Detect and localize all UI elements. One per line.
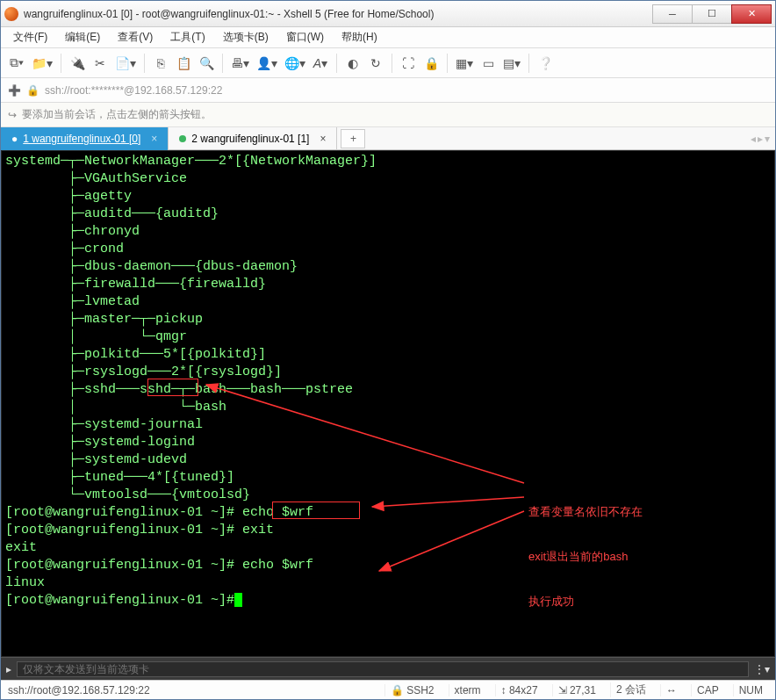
menu-edit[interactable]: 编辑(E) <box>58 28 107 47</box>
open-folder-icon[interactable]: 📁▾ <box>29 53 55 74</box>
terminal-line: └─vmtoolsd───{vmtoolsd} <box>5 487 771 504</box>
user-icon[interactable]: 👤▾ <box>254 53 280 74</box>
refresh-icon[interactable]: ↻ <box>365 53 386 74</box>
terminal-line: [root@wangruifenglinux-01 ~]# <box>5 592 771 610</box>
status-dot-icon <box>179 135 186 142</box>
menu-window[interactable]: 窗口(W) <box>279 28 331 47</box>
terminal-line: ├─polkitd───5*[{polkitd}] <box>5 346 771 364</box>
tab-close-icon[interactable]: × <box>320 133 326 145</box>
annotation-line: exit退出当前的bash <box>528 549 643 564</box>
toolbar: ⧉▾ 📁▾ 🔌 ✂ 📄▾ ⎘ 📋 🔍 🖶▾ 👤▾ 🌐▾ A▾ ◐ ↻ ⛶ 🔒 ▦… <box>1 48 775 78</box>
terminal-line: ├─rsyslogd───2*[{rsyslogd}] <box>5 364 771 381</box>
terminal-line: linux <box>5 574 771 592</box>
copy-icon[interactable]: ⎘ <box>150 53 171 74</box>
terminal-line: ├─crond <box>5 241 771 258</box>
maximize-button[interactable]: ☐ <box>692 4 732 24</box>
terminal-line: ├─chronyd <box>5 223 771 241</box>
add-arrow-icon[interactable]: ➕ <box>8 84 21 97</box>
print-icon[interactable]: 🖶▾ <box>228 53 252 74</box>
script-icon[interactable]: ◐ <box>342 53 363 74</box>
add-tab-button[interactable]: + <box>341 129 365 148</box>
tab-nav: ◂ ▸ ▾ <box>745 133 775 145</box>
terminal-line: │ └─qmgr <box>5 328 771 346</box>
terminal-line: ├─firewalld───{firewalld} <box>5 276 771 293</box>
paste-icon[interactable]: 📋 <box>173 53 194 74</box>
terminal-line: ├─auditd───{auditd} <box>5 206 771 223</box>
status-sessions: 2 会话 <box>610 682 651 697</box>
tab-close-icon[interactable]: × <box>151 133 157 145</box>
terminal-line: exit <box>5 539 771 557</box>
terminal-line: │ └─bash <box>5 399 771 416</box>
terminal-line: ├─sshd───sshd─┬─bash───bash───pstree <box>5 381 771 399</box>
terminal-line: ├─agetty <box>5 188 771 206</box>
annotation-line: 执行成功 <box>528 594 643 609</box>
font-icon[interactable]: A▾ <box>310 53 331 74</box>
find-icon[interactable]: 🔍 <box>196 53 217 74</box>
session-tab-2[interactable]: 2 wangruifenglinux-01 [1] × <box>169 127 337 150</box>
status-size: ↕ 84x27 <box>495 684 543 696</box>
close-button[interactable]: ✕ <box>731 4 772 24</box>
status-cap: CAP <box>691 684 724 696</box>
status-num: NUM <box>733 684 768 696</box>
new-session-icon[interactable]: ⧉▾ <box>6 53 27 74</box>
window-title: wangruifenglinux-01 [0] - root@wangruife… <box>24 8 653 20</box>
terminal-line: ├─lvmetad <box>5 293 771 311</box>
annotation: 查看变量名依旧不存在 exit退出当前的bash 执行成功 <box>528 474 643 639</box>
tile-icon[interactable]: ▭ <box>478 53 499 74</box>
address-text[interactable]: ssh://root:********@192.168.57.129:22 <box>45 84 222 97</box>
lock-icon[interactable]: 🔒 <box>420 53 442 74</box>
cascade-icon[interactable]: ▤▾ <box>500 53 523 74</box>
menu-help[interactable]: 帮助(H) <box>334 28 384 47</box>
terminal-line: ├─systemd-logind <box>5 434 771 451</box>
send-toggle-icon[interactable]: ▸ <box>6 663 11 675</box>
terminal-line: ├─master─┬─pickup <box>5 311 771 328</box>
terminal-line: ├─tuned───4*[{tuned}] <box>5 469 771 487</box>
hint-text: 要添加当前会话，点击左侧的箭头按钮。 <box>22 107 212 122</box>
menu-view[interactable]: 查看(V) <box>111 28 160 47</box>
menu-tools[interactable]: 工具(T) <box>163 28 212 47</box>
send-menu-icon[interactable]: ⋮▾ <box>754 663 770 675</box>
properties-icon[interactable]: 📄▾ <box>112 53 139 74</box>
annotation-line: 查看变量名依旧不存在 <box>528 504 643 519</box>
reconnect-icon[interactable]: 🔌 <box>67 53 88 74</box>
send-bar: ▸ ⋮▾ <box>1 657 775 680</box>
hint-arrow-icon[interactable]: ↪ <box>8 109 17 121</box>
terminal-line: [root@wangruifenglinux-01 ~]# exit <box>5 522 771 539</box>
terminal-line: ├─dbus-daemon───{dbus-daemon} <box>5 258 771 276</box>
terminal-line: [root@wangruifenglinux-01 ~]# echo $wrf <box>5 504 771 522</box>
app-icon <box>4 7 18 21</box>
fullscreen-icon[interactable]: ⛶ <box>398 53 419 74</box>
tab-label: 2 wangruifenglinux-01 [1] <box>191 133 309 145</box>
lock-small-icon: 🔒 <box>26 84 40 97</box>
terminal-line: systemd─┬─NetworkManager───2*[{NetworkMa… <box>5 153 771 170</box>
hint-bar: ↪ 要添加当前会话，点击左侧的箭头按钮。 <box>1 103 775 127</box>
terminal-line: ├─systemd-journal <box>5 416 771 434</box>
menu-tab[interactable]: 选项卡(B) <box>216 28 276 47</box>
terminal-line: [root@wangruifenglinux-01 ~]# echo $wrf <box>5 557 771 574</box>
address-bar: ➕ 🔒 ssh://root:********@192.168.57.129:2… <box>1 78 775 103</box>
tabs-bar: ● 1 wangruifenglinux-01 [0] × 2 wangruif… <box>1 127 775 150</box>
globe-icon[interactable]: 🌐▾ <box>282 53 308 74</box>
status-term: xterm <box>449 684 486 696</box>
help-icon[interactable]: ❔ <box>535 53 556 74</box>
status-mode: ↔ <box>660 684 682 696</box>
status-path: ssh://root@192.168.57.129:22 <box>8 684 150 696</box>
menu-file[interactable]: 文件(F) <box>6 28 54 47</box>
tab-menu-icon[interactable]: ▾ <box>765 133 770 145</box>
tab-prev-icon[interactable]: ◂ <box>751 133 756 145</box>
tab-label: 1 wangruifenglinux-01 [0] <box>23 133 140 145</box>
status-ssh: 🔒 SSH2 <box>384 684 440 696</box>
terminal-line: ├─VGAuthService <box>5 170 771 188</box>
minimize-button[interactable]: ─ <box>652 4 693 24</box>
terminal[interactable]: systemd─┬─NetworkManager───2*[{NetworkMa… <box>1 150 775 657</box>
layout-icon[interactable]: ▦▾ <box>453 53 476 74</box>
session-tab-1[interactable]: ● 1 wangruifenglinux-01 [0] × <box>1 127 169 150</box>
status-pos: ⇲ 27,31 <box>552 684 601 696</box>
send-input[interactable] <box>17 661 749 677</box>
titlebar: wangruifenglinux-01 [0] - root@wangruife… <box>1 1 775 27</box>
terminal-line: ├─systemd-udevd <box>5 451 771 469</box>
tab-next-icon[interactable]: ▸ <box>758 133 763 145</box>
status-bar: ssh://root@192.168.57.129:22 🔒 SSH2 xter… <box>1 680 775 699</box>
disconnect-icon[interactable]: ✂ <box>90 53 111 74</box>
menubar: 文件(F) 编辑(E) 查看(V) 工具(T) 选项卡(B) 窗口(W) 帮助(… <box>1 27 775 48</box>
